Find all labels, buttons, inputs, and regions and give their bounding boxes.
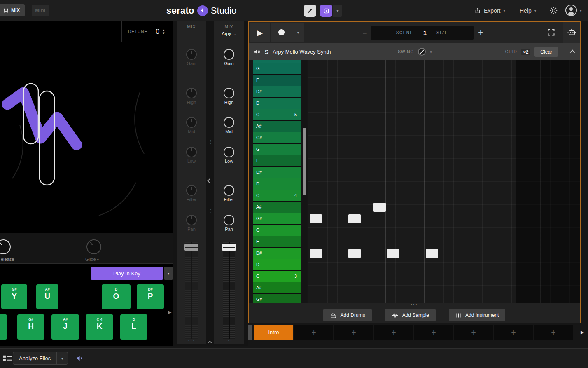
fullscreen-button[interactable]	[547, 28, 556, 37]
scene-tab-add[interactable]: +	[334, 325, 373, 340]
plugin-dropdown-button[interactable]: ▾	[333, 5, 342, 17]
mix-view-button[interactable]: MIX	[0, 4, 25, 16]
scene-tab-add[interactable]: +	[374, 325, 413, 340]
keyboard-key-y[interactable]: G#Y	[1, 284, 27, 309]
mixer-knob-pan[interactable]: Pan	[177, 215, 206, 232]
collapse-track-icon[interactable]	[570, 50, 575, 55]
note-row[interactable]: D#	[253, 86, 301, 98]
scrollbar-thumb[interactable]	[303, 128, 306, 195]
transport-dropdown-button[interactable]: ▾	[292, 23, 304, 42]
record-button[interactable]	[271, 23, 292, 42]
note-block[interactable]	[387, 249, 399, 258]
mixer-knob-mid[interactable]: Mid	[214, 117, 244, 134]
note-row[interactable]: F	[253, 75, 301, 86]
settings-gear-icon[interactable]	[549, 6, 558, 15]
master-volume-button[interactable]	[76, 354, 84, 364]
note-block[interactable]	[373, 203, 386, 212]
mixer-knob-high[interactable]: High	[177, 88, 206, 105]
note-row[interactable]: G#	[253, 60, 301, 63]
keyboard-key-u[interactable]: A#U	[36, 284, 58, 309]
note-block[interactable]	[348, 214, 361, 223]
detune-control[interactable]: DETUNE 0 ▴ ▾	[121, 21, 173, 42]
track-title[interactable]: Arpy Mello Wavey Synth	[273, 49, 331, 55]
size-increase-button[interactable]: +	[475, 22, 486, 43]
drag-dots-icon[interactable]: ⋮	[208, 141, 213, 143]
keyboard-key-p[interactable]: D#P	[137, 284, 164, 309]
mixer-knob-filter[interactable]: Filter	[177, 185, 206, 202]
add-drums-button[interactable]: Add Drums	[323, 309, 372, 321]
grid-value-badge[interactable]: ×2	[521, 49, 531, 55]
mixer-scroll-up-button[interactable]	[208, 338, 211, 346]
size-decrease-button[interactable]: –	[360, 22, 370, 43]
note-block[interactable]	[310, 249, 322, 258]
note-row[interactable]: G	[253, 63, 301, 75]
analyze-dropdown-icon[interactable]: ▾	[57, 356, 68, 361]
note-row[interactable]: A#	[253, 202, 301, 213]
piano-roll-scrollbar[interactable]	[301, 60, 307, 303]
note-row[interactable]: D#	[253, 248, 301, 259]
mixer-knob-low[interactable]: Low	[214, 147, 244, 164]
swing-dropdown-button[interactable]: ▾	[430, 50, 432, 54]
scene-tab-add[interactable]: +	[494, 325, 533, 340]
chevron-down-icon[interactable]: ▾	[97, 258, 99, 262]
mixer-channel[interactable]: MIX- - -GainHighMidLowFilterPan···	[177, 21, 206, 344]
note-row[interactable]: C4	[253, 190, 301, 202]
library-toggle-button[interactable]	[3, 354, 12, 364]
note-row[interactable]: D	[253, 178, 301, 190]
keyboard-key-l[interactable]: DL	[120, 314, 147, 340]
fader-cap[interactable]	[222, 244, 236, 251]
step-down-icon[interactable]: ▾	[163, 32, 165, 35]
midi-button[interactable]: MIDI	[32, 5, 49, 16]
solo-button[interactable]: S	[265, 49, 268, 55]
mixer-knob-low[interactable]: Low	[177, 147, 206, 164]
keyboard-key-h[interactable]: G#H	[17, 314, 44, 340]
mixer-knob-high[interactable]: High	[214, 88, 244, 105]
scene-tab-add[interactable]: +	[454, 325, 493, 340]
note-row[interactable]: G#	[253, 213, 301, 225]
note-row[interactable]: D	[253, 98, 301, 109]
detune-stepper[interactable]: ▴ ▾	[163, 29, 165, 35]
export-menu[interactable]: Export ▾	[474, 0, 505, 21]
note-row[interactable]: G#	[253, 294, 301, 303]
note-row[interactable]: C3	[253, 271, 301, 282]
play-button[interactable]: ▶	[250, 23, 270, 42]
mixer-knob-pan[interactable]: Pan	[214, 215, 244, 232]
fader-cap[interactable]	[184, 244, 198, 251]
account-dropdown-icon[interactable]: ▾	[580, 9, 582, 13]
note-row[interactable]: C5	[253, 109, 301, 121]
add-sample-button[interactable]: Add Sample	[385, 309, 436, 321]
note-block[interactable]	[426, 249, 438, 258]
note-row[interactable]: D#	[253, 167, 301, 178]
scene-tab-add[interactable]: +	[294, 325, 333, 340]
track-volume-icon[interactable]	[254, 48, 261, 55]
scene-tab-intro[interactable]: Intro	[254, 325, 293, 340]
release-knob[interactable]	[0, 239, 11, 254]
scenes-scroll-left[interactable]	[248, 325, 252, 340]
note-row[interactable]: F	[253, 155, 301, 167]
keys-scroll-right-icon[interactable]: ▶	[168, 309, 171, 315]
help-menu[interactable]: Help ▾	[520, 0, 536, 21]
scene-tab-add[interactable]: +	[414, 325, 453, 340]
mixer-knob-filter[interactable]: Filter	[214, 185, 244, 202]
keyboard-key-o[interactable]: DO	[102, 284, 131, 309]
scene-tab-add[interactable]: +	[534, 325, 573, 340]
play-in-key-button[interactable]: Play In Key	[91, 267, 163, 280]
note-row[interactable]: D	[253, 259, 301, 271]
note-row[interactable]: G#	[253, 132, 301, 144]
note-block[interactable]	[310, 214, 322, 223]
mixer-knob-gain[interactable]: Gain	[177, 49, 206, 66]
note-row[interactable]: G	[253, 144, 301, 155]
piano-roll-grid[interactable]	[308, 60, 580, 303]
analyze-files-button[interactable]: Analyze Files ▾	[13, 352, 68, 365]
note-row[interactable]: G	[253, 225, 301, 236]
plugin-button[interactable]	[320, 5, 332, 17]
keyboard-key-j[interactable]: A#J	[51, 314, 79, 340]
channel-fader[interactable]	[222, 242, 236, 339]
user-avatar[interactable]	[565, 4, 577, 16]
mixer-collapse-button[interactable]	[208, 177, 211, 184]
keyboard-key-k[interactable]: C 4K	[86, 314, 113, 340]
pen-tool-button[interactable]	[304, 5, 316, 17]
add-instrument-button[interactable]: Add Instrument	[449, 309, 505, 321]
play-in-key-dropdown[interactable]: ▾	[164, 267, 173, 280]
note-row[interactable]: A#	[253, 121, 301, 132]
